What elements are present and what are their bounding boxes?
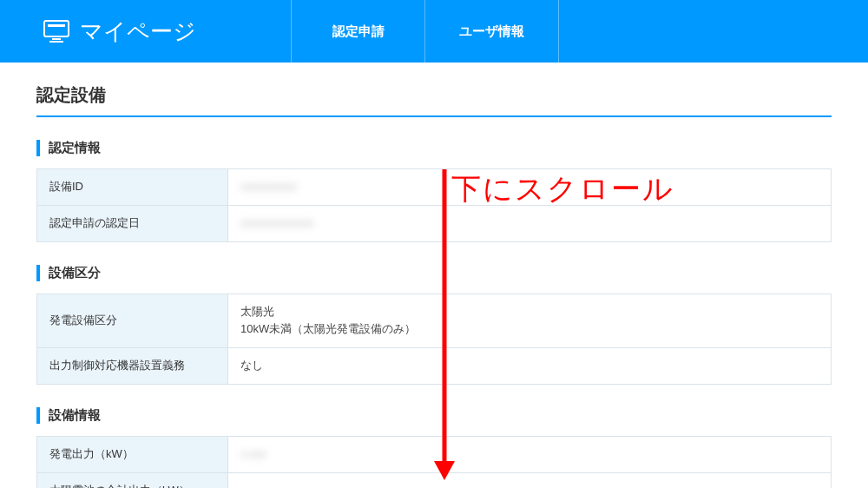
section-equip-class: 設備区分 発電設備区分 太陽光 10kW未満（太陽光発電設備のみ） 出力制御対応…	[36, 265, 832, 385]
row-label: 設備ID	[37, 169, 228, 206]
row-value: 太陽光 10kW未満（太陽光発電設備のみ）	[228, 293, 832, 348]
table-row: 設備ID xxxxxxxxxx	[37, 169, 832, 206]
main-content: 認定設備 認定情報 設備ID xxxxxxxxxx 認定申請の認定日 xxxxx…	[0, 63, 868, 488]
table-row: 出力制御対応機器設置義務 なし	[37, 348, 832, 385]
table-row: 発電出力（kW） x.xxx	[37, 436, 832, 472]
nav-cert-application[interactable]: 認定申請	[292, 0, 425, 63]
table-row: 太陽電池の合計出力（kW）	[37, 472, 832, 488]
svg-rect-1	[48, 24, 65, 27]
table-row: 発電設備区分 太陽光 10kW未満（太陽光発電設備のみ）	[37, 293, 832, 348]
app-header: マイページ 認定申請 ユーザ情報	[0, 0, 868, 63]
row-value: xxxxxxxxxxxxx	[228, 205, 832, 241]
equip-class-table: 発電設備区分 太陽光 10kW未満（太陽光発電設備のみ） 出力制御対応機器設置義…	[36, 293, 832, 385]
row-value: x.xxx	[228, 436, 832, 472]
page-title: 認定設備	[36, 83, 832, 117]
section-cert-info: 認定情報 設備ID xxxxxxxxxx 認定申請の認定日 xxxxxxxxxx…	[36, 140, 832, 242]
row-value: xxxxxxxxxx	[228, 169, 832, 206]
row-value	[228, 472, 832, 488]
section-title: 設備区分	[36, 265, 832, 281]
section-equip-info: 設備情報 発電出力（kW） x.xxx 太陽電池の合計出力（kW）	[36, 407, 832, 488]
equip-info-table: 発電出力（kW） x.xxx 太陽電池の合計出力（kW）	[36, 436, 832, 488]
brand: マイページ	[0, 0, 292, 63]
row-value: なし	[228, 348, 832, 385]
row-label: 認定申請の認定日	[37, 205, 228, 241]
nav-user-info[interactable]: ユーザ情報	[425, 0, 559, 63]
svg-rect-0	[44, 21, 69, 36]
nav-label: ユーザ情報	[459, 23, 524, 40]
row-label: 発電出力（kW）	[37, 436, 228, 472]
section-title: 設備情報	[36, 407, 832, 424]
row-label: 発電設備区分	[37, 293, 228, 348]
svg-rect-3	[49, 41, 63, 43]
row-label: 出力制御対応機器設置義務	[37, 348, 228, 385]
cert-info-table: 設備ID xxxxxxxxxx 認定申請の認定日 xxxxxxxxxxxxx	[36, 168, 832, 242]
monitor-icon	[43, 20, 69, 43]
brand-text: マイページ	[80, 16, 196, 47]
svg-rect-2	[52, 38, 61, 40]
nav-label: 認定申請	[332, 23, 385, 40]
section-title: 認定情報	[36, 140, 832, 156]
row-label: 太陽電池の合計出力（kW）	[37, 472, 228, 488]
table-row: 認定申請の認定日 xxxxxxxxxxxxx	[37, 205, 832, 241]
